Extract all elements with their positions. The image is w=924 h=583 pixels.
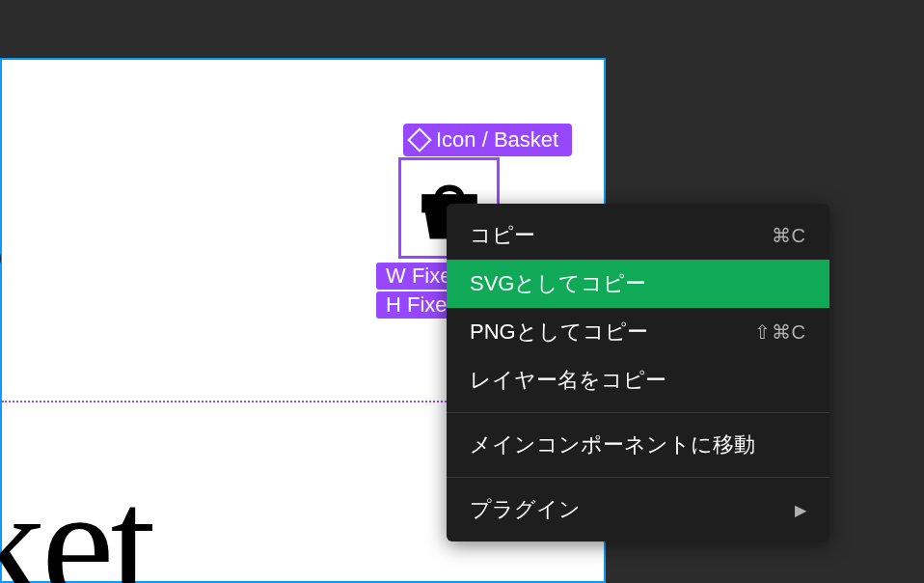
canvas-text-fragment-bottom: ket [0, 451, 152, 583]
menu-item-label: メインコンポーネントに移動 [470, 430, 755, 459]
menu-shortcut: ⌘C [772, 224, 806, 247]
menu-item-label: PNGとしてコピー [470, 318, 648, 347]
canvas-text-fragment-top: s [0, 176, 3, 298]
menu-item-label: コピー [470, 221, 535, 250]
component-label-text: Icon / Basket [436, 127, 558, 153]
menu-item-go-to-main-component[interactable]: メインコンポーネントに移動 [447, 421, 829, 469]
context-menu: コピー ⌘C SVGとしてコピー PNGとしてコピー ⇧⌘C レイヤー名をコピー… [447, 204, 829, 541]
menu-item-label: レイヤー名をコピー [470, 366, 666, 395]
menu-item-plugins[interactable]: プラグイン ▶ [447, 486, 829, 534]
menu-item-copy[interactable]: コピー ⌘C [447, 211, 829, 260]
menu-separator [447, 412, 829, 413]
menu-item-label: SVGとしてコピー [470, 269, 646, 298]
menu-item-copy-as-svg[interactable]: SVGとしてコピー [447, 260, 829, 308]
menu-item-copy-layer-name[interactable]: レイヤー名をコピー [447, 356, 829, 404]
component-label[interactable]: Icon / Basket [403, 124, 572, 156]
menu-shortcut: ⇧⌘C [754, 320, 806, 344]
menu-item-copy-as-png[interactable]: PNGとしてコピー ⇧⌘C [447, 308, 829, 356]
submenu-arrow-icon: ▶ [795, 501, 806, 519]
menu-separator [447, 477, 829, 478]
menu-item-label: プラグイン [470, 495, 581, 524]
component-diamond-icon [407, 127, 431, 152]
